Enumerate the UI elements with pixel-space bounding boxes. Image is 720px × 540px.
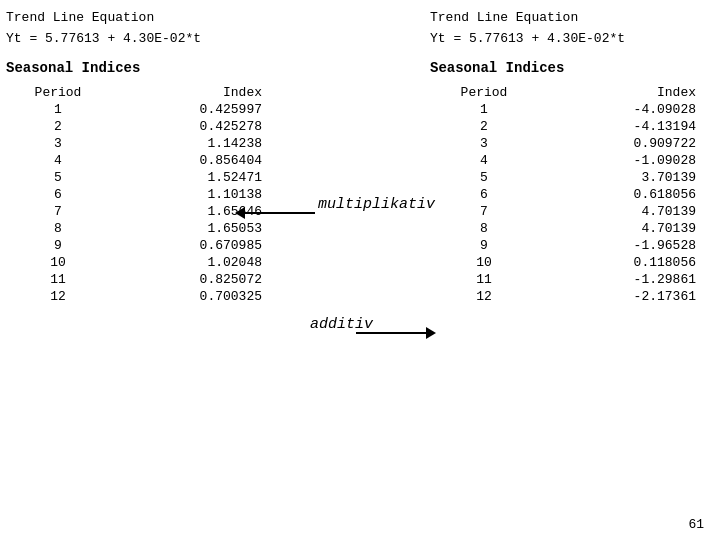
left-period-cell: 4	[6, 152, 110, 169]
left-index-cell: 1.10138	[110, 186, 266, 203]
page: Trend Line Equation Yt = 5.77613 + 4.30E…	[0, 0, 720, 540]
right-period-cell: 5	[430, 169, 538, 186]
right-period-cell: 8	[430, 220, 538, 237]
left-index-cell: 1.65053	[110, 220, 266, 237]
right-index-cell: 0.618056	[538, 186, 700, 203]
right-period-cell: 10	[430, 254, 538, 271]
right-table-row: 53.70139	[430, 169, 700, 186]
left-index-cell: 0.670985	[110, 237, 266, 254]
left-period-cell: 3	[6, 135, 110, 152]
right-trend-line-title: Trend Line Equation	[430, 10, 700, 25]
right-index-cell: -1.96528	[538, 237, 700, 254]
right-period-cell: 7	[430, 203, 538, 220]
left-index-cell: 0.825072	[110, 271, 266, 288]
right-period-cell: 3	[430, 135, 538, 152]
left-period-cell: 8	[6, 220, 110, 237]
right-table-row: 74.70139	[430, 203, 700, 220]
right-table-row: 60.618056	[430, 186, 700, 203]
left-table-row: 40.856404	[6, 152, 266, 169]
left-period-cell: 6	[6, 186, 110, 203]
right-index-cell: -1.09028	[538, 152, 700, 169]
right-col-period-header: Period	[430, 84, 538, 101]
left-period-cell: 9	[6, 237, 110, 254]
right-table-row: 100.118056	[430, 254, 700, 271]
left-table: Period Index 10.42599720.42527831.142384…	[6, 84, 266, 305]
arrow-multiplikativ	[235, 207, 315, 219]
left-seasonal-indices-title: Seasonal Indices	[6, 60, 266, 76]
left-table-row: 10.425997	[6, 101, 266, 118]
left-index-cell: 0.856404	[110, 152, 266, 169]
right-table-row: 84.70139	[430, 220, 700, 237]
left-table-row: 71.65646	[6, 203, 266, 220]
left-period-cell: 2	[6, 118, 110, 135]
left-table-row: 51.52471	[6, 169, 266, 186]
left-index-cell: 1.02048	[110, 254, 266, 271]
right-equation: Yt = 5.77613 + 4.30E-02*t	[430, 31, 700, 46]
right-period-cell: 4	[430, 152, 538, 169]
left-table-row: 81.65053	[6, 220, 266, 237]
left-index-cell: 0.425278	[110, 118, 266, 135]
left-period-cell: 10	[6, 254, 110, 271]
right-index-cell: 4.70139	[538, 203, 700, 220]
right-index-cell: 0.909722	[538, 135, 700, 152]
left-col-period-header: Period	[6, 84, 110, 101]
right-col-index-header: Index	[538, 84, 700, 101]
arrow-left-body	[245, 212, 315, 214]
left-col-index-header: Index	[110, 84, 266, 101]
left-period-cell: 12	[6, 288, 110, 305]
left-index-cell: 1.52471	[110, 169, 266, 186]
right-index-cell: 4.70139	[538, 220, 700, 237]
right-period-cell: 2	[430, 118, 538, 135]
left-index-cell: 0.425997	[110, 101, 266, 118]
left-table-row: 20.425278	[6, 118, 266, 135]
right-table-row: 4-1.09028	[430, 152, 700, 169]
right-index-cell: 0.118056	[538, 254, 700, 271]
right-period-cell: 6	[430, 186, 538, 203]
right-index-cell: 3.70139	[538, 169, 700, 186]
right-period-cell: 11	[430, 271, 538, 288]
right-table-row: 11-1.29861	[430, 271, 700, 288]
left-period-cell: 1	[6, 101, 110, 118]
left-table-row: 90.670985	[6, 237, 266, 254]
left-period-cell: 11	[6, 271, 110, 288]
right-table-row: 1-4.09028	[430, 101, 700, 118]
right-index-cell: -4.13194	[538, 118, 700, 135]
left-period-cell: 5	[6, 169, 110, 186]
right-panel: Trend Line Equation Yt = 5.77613 + 4.30E…	[430, 10, 700, 305]
right-seasonal-indices-title: Seasonal Indices	[430, 60, 700, 76]
right-period-cell: 9	[430, 237, 538, 254]
left-table-row: 61.10138	[6, 186, 266, 203]
left-index-cell: 0.700325	[110, 288, 266, 305]
left-period-cell: 7	[6, 203, 110, 220]
additiv-label: additiv	[310, 316, 373, 333]
left-index-cell: 1.14238	[110, 135, 266, 152]
arrow-left-head	[235, 207, 245, 219]
right-table-header: Period Index	[430, 84, 700, 101]
right-table-row: 9-1.96528	[430, 237, 700, 254]
left-trend-line-title: Trend Line Equation	[6, 10, 266, 25]
right-table-row: 2-4.13194	[430, 118, 700, 135]
right-table: Period Index 1-4.090282-4.1319430.909722…	[430, 84, 700, 305]
arrow-right-head	[426, 327, 436, 339]
left-table-row: 120.700325	[6, 288, 266, 305]
right-period-cell: 1	[430, 101, 538, 118]
left-equation: Yt = 5.77613 + 4.30E-02*t	[6, 31, 266, 46]
page-number: 61	[688, 517, 704, 532]
left-table-row: 110.825072	[6, 271, 266, 288]
right-index-cell: -4.09028	[538, 101, 700, 118]
right-index-cell: -1.29861	[538, 271, 700, 288]
right-table-row: 12-2.17361	[430, 288, 700, 305]
left-table-row: 101.02048	[6, 254, 266, 271]
left-table-header: Period Index	[6, 84, 266, 101]
left-table-row: 31.14238	[6, 135, 266, 152]
left-panel: Trend Line Equation Yt = 5.77613 + 4.30E…	[6, 10, 266, 305]
multiplikativ-label: multiplikativ	[318, 196, 435, 213]
right-table-row: 30.909722	[430, 135, 700, 152]
right-index-cell: -2.17361	[538, 288, 700, 305]
right-period-cell: 12	[430, 288, 538, 305]
